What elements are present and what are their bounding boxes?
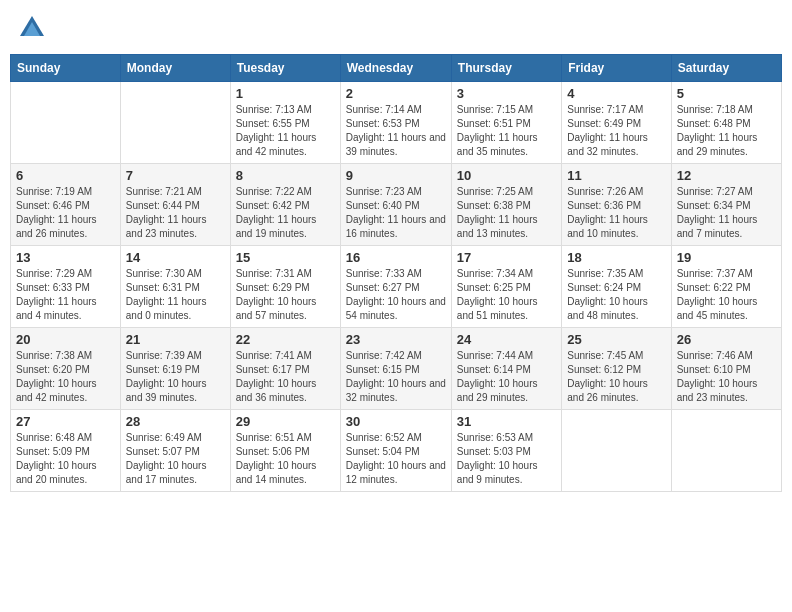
day-cell: 10Sunrise: 7:25 AMSunset: 6:38 PMDayligh… <box>451 164 561 246</box>
calendar: SundayMondayTuesdayWednesdayThursdayFrid… <box>10 54 782 492</box>
day-number: 24 <box>457 332 556 347</box>
day-info: Sunrise: 7:26 AMSunset: 6:36 PMDaylight:… <box>567 185 665 241</box>
week-row-4: 20Sunrise: 7:38 AMSunset: 6:20 PMDayligh… <box>11 328 782 410</box>
weekday-header-tuesday: Tuesday <box>230 55 340 82</box>
day-number: 6 <box>16 168 115 183</box>
day-number: 1 <box>236 86 335 101</box>
day-info: Sunrise: 7:19 AMSunset: 6:46 PMDaylight:… <box>16 185 115 241</box>
day-number: 12 <box>677 168 776 183</box>
day-info: Sunrise: 7:23 AMSunset: 6:40 PMDaylight:… <box>346 185 446 241</box>
day-cell: 31Sunrise: 6:53 AMSunset: 5:03 PMDayligh… <box>451 410 561 492</box>
day-info: Sunrise: 7:35 AMSunset: 6:24 PMDaylight:… <box>567 267 665 323</box>
day-info: Sunrise: 7:42 AMSunset: 6:15 PMDaylight:… <box>346 349 446 405</box>
week-row-5: 27Sunrise: 6:48 AMSunset: 5:09 PMDayligh… <box>11 410 782 492</box>
day-cell: 14Sunrise: 7:30 AMSunset: 6:31 PMDayligh… <box>120 246 230 328</box>
day-number: 5 <box>677 86 776 101</box>
day-number: 15 <box>236 250 335 265</box>
day-cell: 1Sunrise: 7:13 AMSunset: 6:55 PMDaylight… <box>230 82 340 164</box>
day-cell: 4Sunrise: 7:17 AMSunset: 6:49 PMDaylight… <box>562 82 671 164</box>
day-number: 17 <box>457 250 556 265</box>
day-info: Sunrise: 7:38 AMSunset: 6:20 PMDaylight:… <box>16 349 115 405</box>
day-info: Sunrise: 7:41 AMSunset: 6:17 PMDaylight:… <box>236 349 335 405</box>
weekday-header-sunday: Sunday <box>11 55 121 82</box>
day-cell <box>562 410 671 492</box>
day-info: Sunrise: 7:18 AMSunset: 6:48 PMDaylight:… <box>677 103 776 159</box>
day-number: 25 <box>567 332 665 347</box>
day-cell <box>11 82 121 164</box>
day-info: Sunrise: 7:30 AMSunset: 6:31 PMDaylight:… <box>126 267 225 323</box>
day-info: Sunrise: 7:39 AMSunset: 6:19 PMDaylight:… <box>126 349 225 405</box>
day-info: Sunrise: 7:45 AMSunset: 6:12 PMDaylight:… <box>567 349 665 405</box>
day-cell: 26Sunrise: 7:46 AMSunset: 6:10 PMDayligh… <box>671 328 781 410</box>
day-cell: 15Sunrise: 7:31 AMSunset: 6:29 PMDayligh… <box>230 246 340 328</box>
day-number: 16 <box>346 250 446 265</box>
day-number: 8 <box>236 168 335 183</box>
day-info: Sunrise: 7:15 AMSunset: 6:51 PMDaylight:… <box>457 103 556 159</box>
day-cell: 23Sunrise: 7:42 AMSunset: 6:15 PMDayligh… <box>340 328 451 410</box>
day-number: 20 <box>16 332 115 347</box>
day-info: Sunrise: 7:46 AMSunset: 6:10 PMDaylight:… <box>677 349 776 405</box>
day-number: 18 <box>567 250 665 265</box>
day-number: 4 <box>567 86 665 101</box>
day-cell: 11Sunrise: 7:26 AMSunset: 6:36 PMDayligh… <box>562 164 671 246</box>
week-row-3: 13Sunrise: 7:29 AMSunset: 6:33 PMDayligh… <box>11 246 782 328</box>
day-number: 30 <box>346 414 446 429</box>
day-cell: 28Sunrise: 6:49 AMSunset: 5:07 PMDayligh… <box>120 410 230 492</box>
day-info: Sunrise: 7:14 AMSunset: 6:53 PMDaylight:… <box>346 103 446 159</box>
weekday-header-thursday: Thursday <box>451 55 561 82</box>
day-cell: 16Sunrise: 7:33 AMSunset: 6:27 PMDayligh… <box>340 246 451 328</box>
day-info: Sunrise: 7:22 AMSunset: 6:42 PMDaylight:… <box>236 185 335 241</box>
day-info: Sunrise: 7:27 AMSunset: 6:34 PMDaylight:… <box>677 185 776 241</box>
day-info: Sunrise: 7:31 AMSunset: 6:29 PMDaylight:… <box>236 267 335 323</box>
weekday-header-friday: Friday <box>562 55 671 82</box>
day-cell <box>120 82 230 164</box>
day-number: 23 <box>346 332 446 347</box>
day-cell: 9Sunrise: 7:23 AMSunset: 6:40 PMDaylight… <box>340 164 451 246</box>
day-info: Sunrise: 7:25 AMSunset: 6:38 PMDaylight:… <box>457 185 556 241</box>
day-cell: 25Sunrise: 7:45 AMSunset: 6:12 PMDayligh… <box>562 328 671 410</box>
day-cell: 18Sunrise: 7:35 AMSunset: 6:24 PMDayligh… <box>562 246 671 328</box>
day-number: 26 <box>677 332 776 347</box>
day-number: 28 <box>126 414 225 429</box>
day-cell: 3Sunrise: 7:15 AMSunset: 6:51 PMDaylight… <box>451 82 561 164</box>
day-info: Sunrise: 7:21 AMSunset: 6:44 PMDaylight:… <box>126 185 225 241</box>
day-number: 31 <box>457 414 556 429</box>
day-info: Sunrise: 7:29 AMSunset: 6:33 PMDaylight:… <box>16 267 115 323</box>
day-number: 3 <box>457 86 556 101</box>
day-cell: 24Sunrise: 7:44 AMSunset: 6:14 PMDayligh… <box>451 328 561 410</box>
day-number: 13 <box>16 250 115 265</box>
day-info: Sunrise: 6:49 AMSunset: 5:07 PMDaylight:… <box>126 431 225 487</box>
day-cell: 2Sunrise: 7:14 AMSunset: 6:53 PMDaylight… <box>340 82 451 164</box>
day-number: 7 <box>126 168 225 183</box>
logo-icon <box>18 14 46 42</box>
day-cell: 7Sunrise: 7:21 AMSunset: 6:44 PMDaylight… <box>120 164 230 246</box>
day-number: 9 <box>346 168 446 183</box>
day-cell: 17Sunrise: 7:34 AMSunset: 6:25 PMDayligh… <box>451 246 561 328</box>
logo <box>18 14 50 42</box>
day-cell: 13Sunrise: 7:29 AMSunset: 6:33 PMDayligh… <box>11 246 121 328</box>
header <box>10 10 782 46</box>
weekday-header-saturday: Saturday <box>671 55 781 82</box>
day-info: Sunrise: 7:13 AMSunset: 6:55 PMDaylight:… <box>236 103 335 159</box>
day-number: 19 <box>677 250 776 265</box>
day-info: Sunrise: 6:48 AMSunset: 5:09 PMDaylight:… <box>16 431 115 487</box>
weekday-header-row: SundayMondayTuesdayWednesdayThursdayFrid… <box>11 55 782 82</box>
day-cell: 29Sunrise: 6:51 AMSunset: 5:06 PMDayligh… <box>230 410 340 492</box>
day-cell: 30Sunrise: 6:52 AMSunset: 5:04 PMDayligh… <box>340 410 451 492</box>
day-cell: 8Sunrise: 7:22 AMSunset: 6:42 PMDaylight… <box>230 164 340 246</box>
weekday-header-wednesday: Wednesday <box>340 55 451 82</box>
day-info: Sunrise: 7:37 AMSunset: 6:22 PMDaylight:… <box>677 267 776 323</box>
day-cell: 19Sunrise: 7:37 AMSunset: 6:22 PMDayligh… <box>671 246 781 328</box>
day-info: Sunrise: 7:17 AMSunset: 6:49 PMDaylight:… <box>567 103 665 159</box>
day-info: Sunrise: 7:33 AMSunset: 6:27 PMDaylight:… <box>346 267 446 323</box>
day-number: 29 <box>236 414 335 429</box>
day-info: Sunrise: 6:51 AMSunset: 5:06 PMDaylight:… <box>236 431 335 487</box>
day-info: Sunrise: 6:53 AMSunset: 5:03 PMDaylight:… <box>457 431 556 487</box>
day-info: Sunrise: 7:34 AMSunset: 6:25 PMDaylight:… <box>457 267 556 323</box>
day-number: 21 <box>126 332 225 347</box>
day-cell: 5Sunrise: 7:18 AMSunset: 6:48 PMDaylight… <box>671 82 781 164</box>
day-cell <box>671 410 781 492</box>
week-row-2: 6Sunrise: 7:19 AMSunset: 6:46 PMDaylight… <box>11 164 782 246</box>
day-number: 14 <box>126 250 225 265</box>
day-number: 2 <box>346 86 446 101</box>
